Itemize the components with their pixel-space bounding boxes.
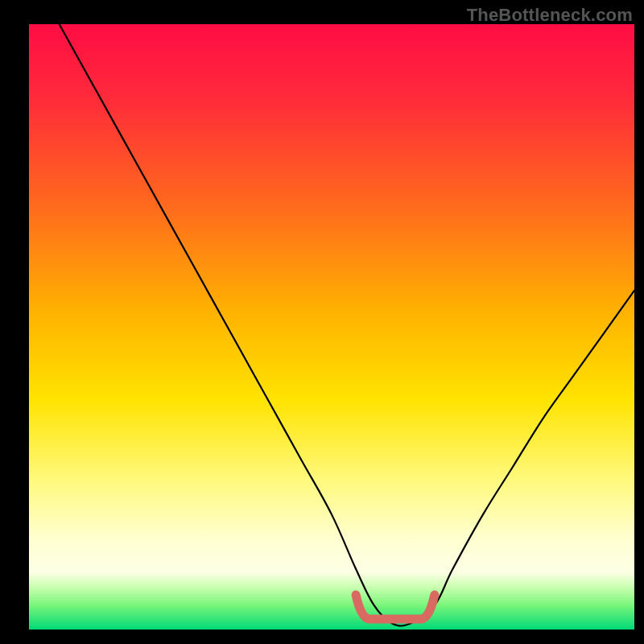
watermark-text: TheBottleneck.com bbox=[467, 5, 633, 26]
chart-canvas bbox=[0, 0, 644, 644]
plot-background bbox=[29, 24, 634, 630]
bottleneck-chart: TheBottleneck.com bbox=[0, 0, 644, 644]
